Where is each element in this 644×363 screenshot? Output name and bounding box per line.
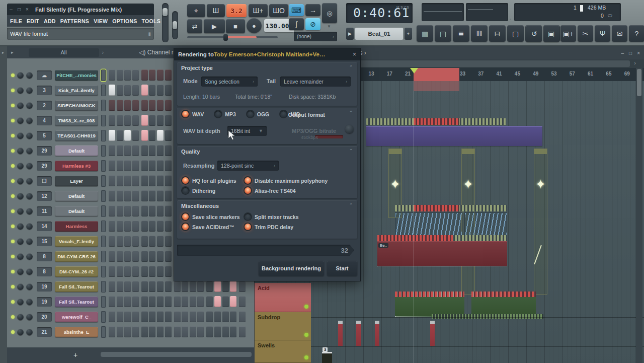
pattern-loop-icon[interactable]: ШΟ bbox=[269, 4, 288, 17]
step-cell[interactable] bbox=[141, 175, 148, 186]
master-pitch-slider[interactable] bbox=[172, 11, 178, 39]
channel-enable-led[interactable] bbox=[11, 74, 15, 77]
step-cell[interactable] bbox=[117, 85, 123, 96]
step-cell[interactable] bbox=[157, 251, 164, 262]
channel-name-button[interactable]: PitCHE_..rmonies bbox=[55, 70, 98, 81]
timeline-selection[interactable] bbox=[414, 68, 459, 81]
channel-enable-led[interactable] bbox=[11, 300, 15, 304]
master-volume-slider[interactable] bbox=[162, 3, 169, 42]
channel-volume-knob[interactable] bbox=[26, 132, 33, 139]
channel-pan-knob[interactable] bbox=[17, 163, 24, 169]
step-cell[interactable] bbox=[141, 281, 148, 292]
step-cell[interactable] bbox=[109, 251, 115, 262]
channel-pan-knob[interactable] bbox=[17, 72, 24, 79]
step-cell[interactable] bbox=[124, 266, 131, 277]
channel-enable-led[interactable] bbox=[11, 119, 15, 122]
step-cell[interactable] bbox=[117, 326, 123, 337]
step-cell[interactable] bbox=[149, 100, 155, 111]
channel-number-badge[interactable]: 2 bbox=[37, 101, 52, 110]
pattern-selector[interactable]: Beat_01 bbox=[355, 28, 403, 40]
clip-greenstrip[interactable] bbox=[432, 314, 543, 319]
step-cell[interactable] bbox=[141, 160, 148, 171]
step-cell[interactable] bbox=[149, 221, 155, 232]
step-cell[interactable] bbox=[124, 281, 131, 292]
piano-roll-panel-icon[interactable]: ▤ bbox=[435, 25, 451, 42]
channel-target-fader[interactable] bbox=[101, 145, 106, 157]
channel-name-button[interactable]: Harmless bbox=[55, 221, 98, 232]
step-cell[interactable] bbox=[109, 145, 115, 156]
step-cell[interactable] bbox=[109, 175, 115, 186]
channel-number-badge[interactable]: 8 bbox=[37, 267, 52, 276]
step-cell[interactable] bbox=[149, 251, 155, 262]
step-cell[interactable] bbox=[165, 85, 172, 96]
step-cell[interactable] bbox=[109, 281, 115, 292]
channel-target-fader[interactable] bbox=[101, 130, 106, 141]
option-hq-for-all-plugins[interactable]: HQ for all plugins bbox=[182, 177, 242, 184]
step-cell[interactable] bbox=[124, 100, 131, 111]
step-cell[interactable] bbox=[149, 311, 155, 322]
channel-number-badge[interactable]: 29 bbox=[37, 146, 52, 156]
step-cell[interactable] bbox=[124, 190, 131, 201]
step-cell[interactable] bbox=[109, 311, 115, 322]
led-on-icon[interactable] bbox=[182, 213, 189, 220]
channel-pan-knob[interactable] bbox=[17, 223, 24, 230]
step-cell[interactable] bbox=[190, 296, 196, 307]
step-cell[interactable] bbox=[149, 326, 155, 337]
channel-enable-led[interactable] bbox=[11, 255, 15, 258]
channel-target-fader[interactable] bbox=[101, 221, 106, 232]
step-edit-icon[interactable]: → bbox=[305, 4, 320, 16]
channel-volume-knob[interactable] bbox=[26, 102, 33, 109]
option-split-mixer-tracks[interactable]: Split mixer tracks bbox=[245, 213, 299, 220]
step-cell[interactable] bbox=[165, 160, 172, 171]
step-cell[interactable] bbox=[230, 296, 236, 307]
channel-pan-knob[interactable] bbox=[17, 253, 24, 260]
step-cell[interactable] bbox=[132, 205, 139, 216]
step-cell[interactable] bbox=[165, 326, 172, 337]
channel-pan-knob[interactable] bbox=[17, 87, 24, 94]
channel-target-fader[interactable] bbox=[101, 266, 106, 277]
step-cell[interactable] bbox=[165, 115, 172, 126]
channel-number-badge[interactable]: 29 bbox=[37, 161, 52, 171]
maximize-icon[interactable]: □ bbox=[15, 7, 23, 12]
step-cell[interactable] bbox=[124, 175, 131, 186]
channel-enable-led[interactable] bbox=[11, 240, 15, 243]
channel-pan-knob[interactable] bbox=[17, 117, 24, 124]
step-cell[interactable] bbox=[174, 311, 181, 322]
step-cell[interactable] bbox=[109, 296, 115, 307]
channel-volume-knob[interactable] bbox=[26, 178, 33, 184]
menu-item-file[interactable]: FILE bbox=[10, 18, 22, 24]
channel-volume-knob[interactable] bbox=[26, 223, 33, 230]
channel-name-button[interactable]: Default bbox=[55, 191, 98, 201]
channel-enable-led[interactable] bbox=[11, 315, 15, 319]
step-cell[interactable] bbox=[222, 326, 229, 337]
step-cell[interactable] bbox=[141, 205, 148, 216]
step-cell[interactable] bbox=[230, 281, 236, 292]
channel-target-fader[interactable] bbox=[101, 190, 106, 202]
led-off-icon[interactable] bbox=[215, 111, 221, 117]
step-cell[interactable] bbox=[109, 85, 115, 96]
step-cell[interactable] bbox=[157, 130, 164, 141]
scroll-right-icon[interactable]: › bbox=[634, 60, 636, 66]
step-cell[interactable] bbox=[190, 326, 196, 337]
channel-enable-led[interactable] bbox=[11, 149, 15, 153]
sync-icon[interactable]: ⇄ bbox=[187, 19, 202, 33]
step-cell[interactable] bbox=[157, 145, 164, 156]
step-cell[interactable] bbox=[149, 130, 155, 141]
step-cell[interactable] bbox=[165, 266, 172, 277]
bit-depth-dropdown[interactable]: 16Bit int▼ bbox=[227, 126, 267, 136]
step-cell[interactable] bbox=[132, 100, 139, 111]
step-cell[interactable] bbox=[117, 160, 123, 171]
step-cell[interactable] bbox=[206, 326, 213, 337]
channel-pan-knob[interactable] bbox=[17, 102, 24, 109]
step-cell[interactable] bbox=[109, 100, 115, 111]
step-cell[interactable] bbox=[109, 190, 115, 201]
step-cell[interactable] bbox=[132, 69, 139, 81]
channel-pan-knob[interactable] bbox=[17, 238, 24, 245]
channel-target-fader[interactable] bbox=[101, 236, 106, 247]
track-header-swells[interactable]: Swells bbox=[255, 340, 311, 363]
playlist-panel-icon[interactable]: ▦ bbox=[417, 25, 433, 42]
channel-target-fader[interactable] bbox=[101, 205, 106, 217]
clip-acid[interactable] bbox=[356, 321, 361, 346]
render-dialog-titlebar[interactable]: Rendering to Toby Emerson+Christoph Mait… bbox=[174, 48, 360, 60]
channel-number-badge[interactable]: ❐ bbox=[37, 176, 52, 186]
